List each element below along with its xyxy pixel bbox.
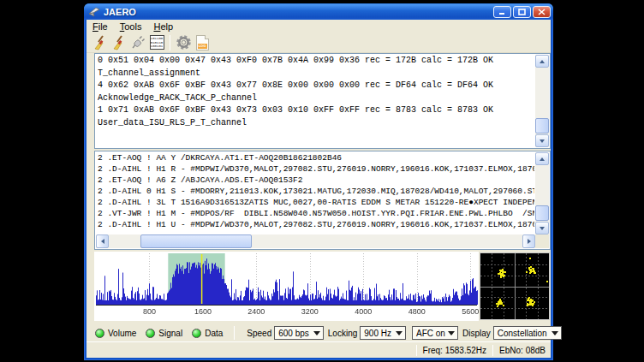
- settings-button[interactable]: [174, 33, 193, 52]
- broom-icon: [92, 34, 109, 51]
- raw-bits-button[interactable]: 101100 010110 100101: [147, 33, 166, 52]
- dropdown-arrow-icon: [552, 331, 558, 339]
- scroll-left-icon: [98, 239, 104, 244]
- scroll-right-icon: [528, 239, 534, 244]
- speed-value: 600 bps: [278, 329, 309, 338]
- scrollbar-thumb[interactable]: [140, 234, 252, 248]
- controls-bar: Volume Signal Data Speed 600 bps Locking: [86, 324, 551, 341]
- spectrum-display[interactable]: [94, 252, 479, 321]
- plug-icon: [130, 35, 146, 50]
- gear-icon: [176, 34, 192, 50]
- menu-help[interactable]: Help: [147, 21, 179, 33]
- app-window: JAERO File Tools Help: [84, 3, 553, 360]
- scrollbar-thumb[interactable]: [535, 118, 549, 134]
- minimize-icon: [498, 9, 506, 15]
- constellation-canvas: [480, 253, 549, 319]
- ebno-readout: EbNo: 08dB: [499, 346, 546, 355]
- scroll-up-button[interactable]: [535, 152, 549, 165]
- audio-input-button[interactable]: [128, 33, 147, 52]
- data-indicator: Data: [192, 329, 223, 338]
- display-select[interactable]: Constellation: [493, 326, 562, 340]
- menu-file[interactable]: File: [86, 21, 114, 33]
- close-icon: [538, 9, 546, 15]
- minimize-button[interactable]: [493, 6, 511, 18]
- dropdown-arrow-icon: [313, 331, 320, 339]
- scrollbar-corner: [535, 234, 549, 248]
- clear-hex-console-button[interactable]: [91, 33, 110, 52]
- hex-vertical-scrollbar[interactable]: [535, 55, 549, 147]
- data-led-icon: [192, 329, 201, 338]
- maximize-button[interactable]: [513, 6, 531, 18]
- log-file-icon: LOG: [196, 35, 209, 50]
- speed-select[interactable]: 600 bps: [274, 326, 324, 340]
- dropdown-arrow-icon: [448, 331, 455, 339]
- volume-indicator: Volume: [95, 329, 136, 338]
- locking-label: Locking: [328, 329, 357, 338]
- data-label: Data: [205, 329, 223, 338]
- window-title: JAERO: [104, 7, 492, 17]
- afc-select[interactable]: AFC on: [412, 326, 458, 340]
- scroll-left-button[interactable]: [96, 234, 109, 248]
- volume-label: Volume: [108, 329, 136, 338]
- scroll-down-button[interactable]: [535, 134, 549, 147]
- status-separator: [492, 345, 493, 356]
- locking-select[interactable]: 900 Hz: [360, 326, 406, 340]
- scroll-up-icon: [540, 155, 545, 161]
- scroll-down-icon: [540, 227, 545, 233]
- signal-led-icon: [146, 329, 155, 338]
- scroll-right-button[interactable]: [522, 234, 535, 248]
- scrollbar-thumb[interactable]: [535, 205, 549, 221]
- locking-value: 900 Hz: [364, 329, 391, 338]
- display-value: Constellation: [498, 329, 547, 338]
- dropdown-arrow-icon: [396, 331, 402, 339]
- afc-value: AFC on: [416, 329, 445, 338]
- scroll-up-button[interactable]: [535, 55, 549, 68]
- window-content: File Tools Help: [86, 20, 551, 358]
- close-button[interactable]: [533, 6, 551, 18]
- toolbar: 101100 010110 100101 LOG: [86, 33, 551, 53]
- log-button[interactable]: LOG: [193, 33, 212, 52]
- maximize-icon: [518, 9, 526, 15]
- scroll-down-icon: [540, 139, 545, 145]
- clear-msg-console-button[interactable]: [110, 33, 128, 52]
- menu-tools[interactable]: Tools: [114, 21, 148, 33]
- app-icon: [88, 6, 100, 17]
- toolbar-separator: [170, 35, 170, 50]
- constellation-display: [480, 252, 550, 320]
- status-separator: [416, 345, 417, 356]
- broom-icon: [110, 34, 128, 51]
- msg-console-text: 2 .ET-AOQ ! AA Y /DKRCAYA.AT1.ET-AOQ20B1…: [98, 152, 534, 234]
- display-label: Display: [462, 329, 491, 338]
- titlebar[interactable]: JAERO: [84, 3, 553, 20]
- spectrum-canvas[interactable]: [94, 252, 479, 321]
- hex-decode-console[interactable]: 0 0x51 0x04 0x00 0x47 0x43 0xF0 0x7B 0x4…: [94, 53, 551, 149]
- hex-console-text: 0 0x51 0x04 0x00 0x47 0x43 0xF0 0x7B 0x4…: [98, 55, 534, 147]
- speed-label: Speed: [247, 329, 271, 338]
- msg-horizontal-scrollbar[interactable]: [96, 234, 535, 248]
- log-icon-label: LOG: [198, 44, 207, 49]
- msg-vertical-scrollbar[interactable]: [535, 152, 549, 234]
- binary-icon: 101100 010110 100101: [150, 35, 164, 50]
- acars-message-console[interactable]: 2 .ET-AOQ ! AA Y /DKRCAYA.AT1.ET-AOQ20B1…: [94, 151, 551, 250]
- screenshot-stage: JAERO File Tools Help: [0, 0, 644, 362]
- menubar: File Tools Help: [86, 20, 551, 33]
- frequency-readout: Freq: 1583.52Hz: [423, 346, 487, 355]
- page-fold: [205, 35, 209, 39]
- controls-separator: [234, 326, 235, 340]
- scroll-up-icon: [540, 57, 545, 63]
- volume-led-icon: [95, 329, 104, 338]
- signal-label: Signal: [158, 329, 182, 338]
- signal-indicator: Signal: [146, 329, 182, 338]
- scroll-down-button[interactable]: [535, 222, 549, 234]
- statusbar: Freq: 1583.52Hz EbNo: 08dB: [86, 341, 551, 358]
